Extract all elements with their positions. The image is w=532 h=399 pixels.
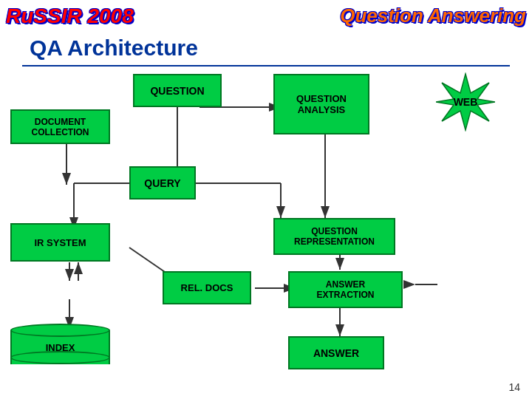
ir-system-box: IR SYSTEM <box>10 223 110 262</box>
russir-logo: RuSSIR 2008 <box>6 4 134 28</box>
query-box: QUERY <box>129 166 196 200</box>
document-collection-box: DOCUMENTCOLLECTION <box>10 109 110 144</box>
answer-extraction-box: ANSWEREXTRACTION <box>288 271 403 308</box>
question-box: QUESTION <box>133 74 222 107</box>
page-number: 14 <box>508 381 520 393</box>
web-box: WEB <box>436 72 495 132</box>
qa-logo: Question Answering <box>340 4 526 27</box>
index-cylinder: INDEX <box>10 324 110 364</box>
page-title: QA Architecture <box>30 35 198 61</box>
question-representation-box: QUESTIONREPRESENTATION <box>273 218 395 255</box>
question-analysis-box: QUESTIONANALYSIS <box>273 74 369 134</box>
answer-box: ANSWER <box>288 336 384 369</box>
rel-docs-box: REL. DOCS <box>163 271 251 304</box>
title-divider <box>22 65 510 66</box>
